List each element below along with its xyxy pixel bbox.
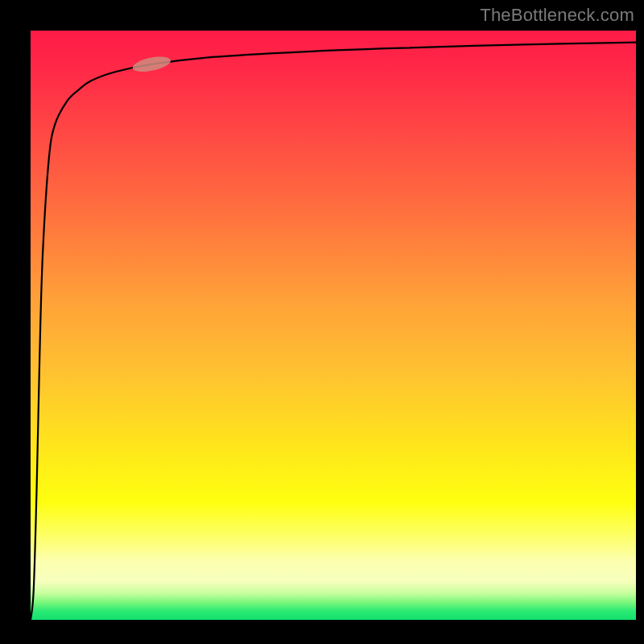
watermark-text: TheBottleneck.com [480, 5, 634, 26]
chart-stage: TheBottleneck.com [0, 0, 644, 644]
chart-plot-area [31, 31, 636, 620]
